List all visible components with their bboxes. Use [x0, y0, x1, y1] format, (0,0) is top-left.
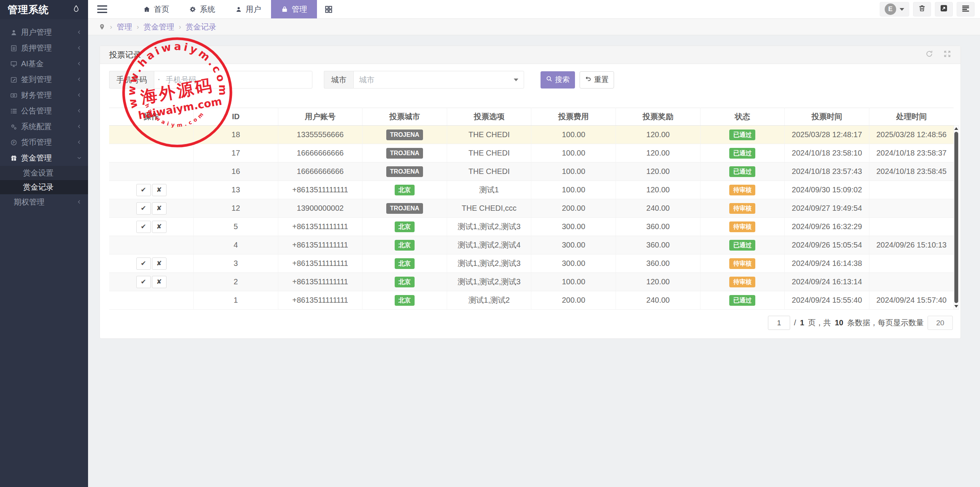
- user-icon: [235, 6, 242, 13]
- sidebar-item[interactable]: 质押管理: [0, 40, 88, 56]
- city-cell: 北京: [363, 291, 447, 310]
- status-cell: 已通过: [700, 126, 785, 144]
- vote-time-cell: 2024/10/18 23:57:43: [785, 162, 869, 181]
- status-cell: 待审核: [700, 273, 785, 291]
- vote-time-cell: 2024/09/30 15:09:02: [785, 181, 869, 199]
- table-row: 1+8613511111111北京测试1,测试2200.00240.00已通过2…: [109, 291, 954, 310]
- scroll-down-icon[interactable]: [954, 305, 958, 308]
- city-badge: 北京: [395, 240, 415, 251]
- select-caret-icon: [514, 79, 518, 81]
- fee-cell: 100.00: [531, 162, 616, 181]
- hamburger-icon[interactable]: [97, 3, 109, 15]
- sidebar-item[interactable]: 用户管理: [0, 25, 88, 40]
- approve-button[interactable]: ✔: [136, 221, 151, 233]
- sidebar-subitem[interactable]: 赏金设置: [0, 166, 88, 180]
- fee-cell: 100.00: [531, 273, 616, 291]
- approve-button[interactable]: ✔: [136, 184, 151, 196]
- fee-cell: 300.00: [531, 236, 616, 254]
- sidebar-item[interactable]: 公告管理: [0, 103, 88, 119]
- top-nav-item[interactable]: 系统: [179, 0, 225, 18]
- approve-button[interactable]: ✔: [136, 202, 151, 215]
- chevron-left-icon: [77, 28, 82, 37]
- chevron-left-icon: [77, 138, 82, 147]
- page-input[interactable]: [768, 316, 790, 330]
- account-cell: +8613511111111: [278, 291, 363, 310]
- approve-button[interactable]: ✔: [136, 257, 151, 270]
- avatar: E: [885, 3, 896, 15]
- city-select[interactable]: 城市: [353, 71, 524, 89]
- status-cell: 已通过: [700, 162, 785, 181]
- refresh-icon[interactable]: [925, 50, 933, 60]
- status-cell: 待审核: [700, 254, 785, 273]
- sidebar-item[interactable]: AI基金: [0, 56, 88, 72]
- reset-button[interactable]: 重置: [580, 71, 614, 89]
- sidebar-item[interactable]: 签到管理: [0, 72, 88, 87]
- search-button[interactable]: 搜索: [541, 71, 575, 89]
- reject-button[interactable]: ✘: [152, 202, 167, 215]
- actions-cell: [109, 126, 194, 144]
- home-icon: [143, 6, 150, 13]
- undo-icon: [585, 75, 591, 84]
- fee-cell: 100.00: [531, 126, 616, 144]
- col-status: 状态: [700, 108, 785, 126]
- fullscreen-icon[interactable]: [943, 50, 951, 60]
- actions-cell: ✔✘: [109, 181, 194, 199]
- log-button[interactable]: [957, 2, 975, 16]
- col-city: 投票城市: [363, 108, 447, 126]
- status-badge: 已通过: [729, 148, 755, 159]
- chevron-left-icon: [77, 59, 82, 68]
- city-badge: 北京: [395, 277, 415, 287]
- sidebar-subitem[interactable]: 赏金记录: [0, 180, 88, 194]
- city-select-placeholder: 城市: [359, 75, 374, 85]
- page-separator: /: [794, 318, 796, 327]
- trash-button[interactable]: [913, 2, 931, 16]
- city-badge: TROJENA: [386, 148, 423, 159]
- city-field-label: 城市: [324, 71, 353, 89]
- table-row: 1616666666666TROJENATHE CHEDI100.00120.0…: [109, 162, 954, 181]
- breadcrumb-link[interactable]: 赏金管理: [144, 22, 174, 32]
- options-cell: THE CHEDI: [447, 144, 531, 162]
- search-button-label: 搜索: [555, 75, 570, 85]
- breadcrumb-link[interactable]: 管理: [117, 22, 132, 32]
- process-time-cell: 2024/09/26 15:10:13: [869, 236, 954, 254]
- city-badge: TROJENA: [386, 166, 423, 177]
- status-badge: 已通过: [729, 166, 755, 177]
- user-menu-button[interactable]: E: [880, 2, 909, 16]
- table-scrollbar[interactable]: [954, 125, 959, 310]
- page-size-input[interactable]: [928, 316, 953, 330]
- reject-button[interactable]: ✘: [152, 221, 167, 233]
- id-cell: 4: [194, 236, 278, 254]
- top-nav-item[interactable]: 首页: [133, 0, 179, 18]
- reject-button[interactable]: ✘: [152, 184, 167, 196]
- account-cell: +8613511111111: [278, 218, 363, 236]
- scrollbar-thumb[interactable]: [954, 132, 958, 303]
- panel-tools: [925, 50, 951, 60]
- process-time-cell: 2024/10/18 23:58:37: [869, 144, 954, 162]
- breadcrumb-link[interactable]: 赏金记录: [186, 22, 216, 32]
- vote-time-cell: 2025/03/28 12:48:17: [785, 126, 869, 144]
- sidebar-item[interactable]: 财务管理: [0, 87, 88, 103]
- phone-input[interactable]: [154, 71, 312, 89]
- col-reward: 投票奖励: [616, 108, 701, 126]
- status-cell: 已通过: [700, 144, 785, 162]
- status-badge: 待审核: [729, 203, 755, 214]
- total-pages: 1: [800, 318, 804, 327]
- page-title: 投票记录: [109, 49, 141, 60]
- sidebar-item[interactable]: 期权管理: [0, 194, 88, 210]
- status-cell: 待审核: [700, 218, 785, 236]
- sidebar-item[interactable]: P货币管理: [0, 134, 88, 150]
- fee-cell: 300.00: [531, 254, 616, 273]
- status-cell: 已通过: [700, 291, 785, 310]
- reject-button[interactable]: ✘: [152, 257, 167, 270]
- reject-button[interactable]: ✘: [152, 276, 167, 288]
- grid-icon[interactable]: [317, 5, 340, 13]
- sidebar-item[interactable]: 赏金管理: [0, 150, 88, 166]
- top-nav-item[interactable]: 用户: [225, 0, 271, 18]
- reward-cell: 360.00: [616, 254, 701, 273]
- sidebar-item[interactable]: 系统配置: [0, 119, 88, 134]
- options-cell: 测试1,测试2,测试3: [447, 218, 531, 236]
- launch-button[interactable]: [935, 2, 953, 16]
- approve-button[interactable]: ✔: [136, 276, 151, 288]
- top-nav-item[interactable]: 管理: [271, 0, 317, 18]
- scroll-up-icon[interactable]: [954, 127, 958, 130]
